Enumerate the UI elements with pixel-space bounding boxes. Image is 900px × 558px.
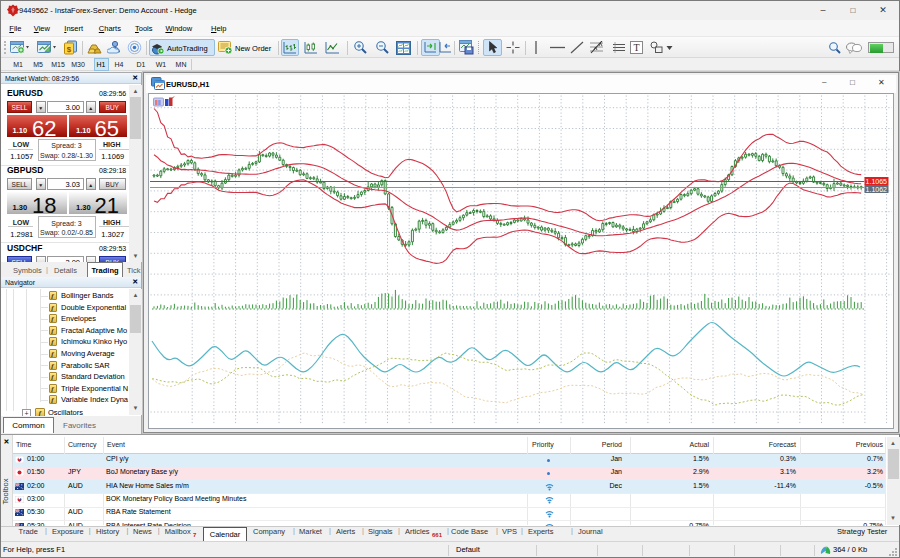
svg-text:T: T xyxy=(633,42,639,53)
svg-text:1.1065: 1.1065 xyxy=(866,178,888,185)
svg-text:$: $ xyxy=(67,45,72,54)
svg-text:1.1062: 1.1062 xyxy=(866,186,888,193)
